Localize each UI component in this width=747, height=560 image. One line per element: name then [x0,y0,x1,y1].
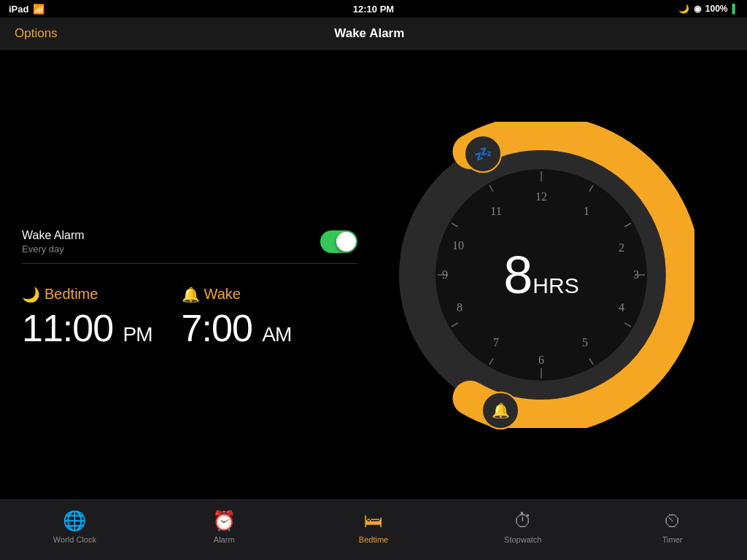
wake-ampm: AM [262,323,291,346]
wifi-icon: 📶 [33,4,44,15]
center-content: 8HRS [503,245,578,305]
svg-line-6 [624,323,631,327]
alarm-icon: ⏰ [212,510,236,532]
alarm-toggle-row: Wake Alarm Every day [22,229,357,264]
stopwatch-icon: ⏱ [514,510,533,532]
wake-text: Wake [204,286,241,303]
svg-text:12: 12 [535,190,547,203]
status-time: 12:10 PM [353,4,394,15]
sleep-handle-button[interactable]: 💤 [464,135,502,173]
right-panel: 12 1 2 3 4 5 6 7 8 9 10 11 8HRS 💤 [357,122,725,428]
battery-label: 100% [705,4,728,14]
alarm-toggle[interactable] [320,230,357,253]
svg-text:2: 2 [619,241,624,254]
wake-value: 7:00 AM [182,306,292,350]
tab-world-clock[interactable]: 🌐 World Clock [0,510,150,544]
svg-text:5: 5 [582,336,588,349]
svg-line-12 [452,223,458,227]
svg-line-7 [589,358,593,365]
bedtime-value: 11:00 PM [22,306,152,350]
svg-text:1: 1 [584,205,589,217]
wake-handle-button[interactable]: 🔔 [481,392,519,429]
tab-bedtime[interactable]: 🛏 Bedtime [299,510,449,544]
svg-text:7: 7 [493,336,499,349]
moon-bedtime-icon: 🌙 [22,286,40,303]
main-content: Wake Alarm Every day 🌙 Bedtime 11:00 PM [0,50,747,499]
toggle-knob [336,232,356,252]
world-clock-icon: 🌐 [63,510,86,532]
svg-line-3 [589,185,593,192]
moon-icon: 🌙 [678,4,689,14]
svg-text:4: 4 [619,301,624,314]
svg-text:10: 10 [452,239,464,252]
svg-text:3: 3 [633,268,639,281]
svg-line-4 [624,223,631,227]
bedtime-section[interactable]: 🌙 Bedtime 11:00 PM [22,286,152,350]
hrs-label: HRS [533,273,578,298]
svg-text:8: 8 [457,301,462,314]
sleep-icon: 💤 [474,145,492,163]
wake-section[interactable]: 🔔 Wake 7:00 AM [182,286,292,350]
alarm-info: Wake Alarm Every day [22,229,85,254]
status-bar: iPad 📶 12:10 PM 🌙 ◉ 100% ▌ [0,0,747,18]
wake-time: 7:00 [182,307,252,349]
svg-text:6: 6 [538,354,544,366]
status-left: iPad 📶 [9,4,44,15]
svg-line-9 [489,358,493,365]
tab-timer[interactable]: ⏲ Timer [597,510,747,544]
times-row: 🌙 Bedtime 11:00 PM 🔔 Wake 7:00 AM [22,286,357,350]
stopwatch-label: Stopwatch [504,535,541,544]
world-clock-label: World Clock [53,535,96,544]
svg-text:11: 11 [490,205,501,217]
nav-title: Wake Alarm [334,26,404,41]
clock-container[interactable]: 12 1 2 3 4 5 6 7 8 9 10 11 8HRS 💤 [388,122,694,428]
bedtime-text: Bedtime [44,286,98,303]
options-button[interactable]: Options [15,26,58,41]
bedtime-ampm: PM [123,323,152,346]
bell-wake-icon: 🔔 [182,286,200,303]
timer-label: Timer [662,535,683,544]
svg-line-13 [489,185,493,192]
bedtime-tab-label: Bedtime [359,535,388,544]
timer-icon: ⏲ [663,510,682,532]
bedtime-label: 🌙 Bedtime [22,286,152,303]
tab-bar: 🌐 World Clock ⏰ Alarm 🛏 Bedtime ⏱ Stopwa… [0,499,747,560]
status-right: 🌙 ◉ 100% ▌ [678,4,738,14]
left-panel: Wake Alarm Every day 🌙 Bedtime 11:00 PM [22,200,357,350]
bedtime-icon: 🛏 [364,510,383,532]
tab-stopwatch[interactable]: ⏱ Stopwatch [448,510,597,544]
hours-value: 8 [503,246,533,304]
bell-handle-icon: 🔔 [492,402,510,419]
device-label: iPad [9,4,28,15]
alarm-label: Wake Alarm [22,229,85,242]
alarm-sublabel: Every day [22,244,85,254]
nav-bar: Options Wake Alarm [0,18,747,50]
svg-text:9: 9 [442,268,448,281]
tab-alarm[interactable]: ⏰ Alarm [150,510,299,544]
svg-line-10 [452,323,458,327]
bedtime-time: 11:00 [22,307,113,349]
alarm-tab-label: Alarm [214,535,235,544]
bluetooth-icon: ◉ [694,4,701,14]
wake-label: 🔔 Wake [182,286,292,303]
battery-icon: ▌ [732,4,738,14]
